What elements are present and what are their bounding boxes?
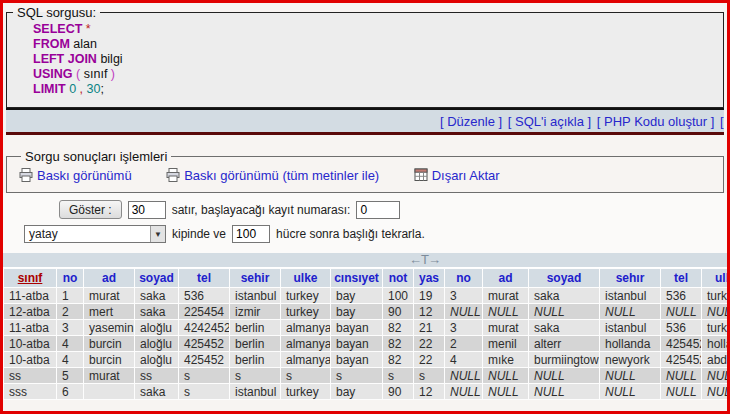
column-sort-link[interactable]: ad: [102, 271, 116, 285]
table-row: 12-atba2mertsaka225454izmirturkeybay9012…: [4, 304, 730, 319]
table-cell: 2: [57, 304, 83, 319]
display-mode-select[interactable]: yatay ▼: [24, 225, 166, 243]
start-record-input[interactable]: [356, 201, 400, 219]
table-cell: NULL: [483, 384, 528, 399]
column-sort-link[interactable]: tel: [674, 271, 688, 285]
table-cell: burmiingtown: [529, 352, 599, 367]
sql-star: *: [86, 22, 91, 36]
table-cell: NULL: [529, 384, 599, 399]
sql-paren: (: [76, 67, 80, 81]
table-cell: NULL: [702, 304, 730, 319]
column-header: cınsıyet: [331, 269, 382, 287]
table-cell: NULL: [483, 368, 528, 383]
table-cell: mıke: [483, 352, 528, 367]
table-cell: s: [230, 368, 280, 383]
print-view-link[interactable]: Baskı görünümü: [19, 168, 132, 183]
table-cell: NULL: [445, 368, 482, 383]
sql-keyword: LIMIT: [33, 82, 66, 96]
table-cell: 4: [445, 352, 482, 367]
table-cell: 5: [57, 368, 83, 383]
column-sort-link[interactable]: no: [63, 271, 78, 285]
column-sort-link[interactable]: soyad: [139, 271, 174, 285]
table-cell: 100: [383, 288, 413, 303]
table-cell: almanya: [281, 320, 330, 335]
table-header-row: sınıfnoadsoyadtelsehirulkecınsıyetnotyas…: [4, 269, 730, 287]
mode-label: kipinde ve: [172, 227, 226, 241]
table-cell: s: [414, 368, 444, 383]
phpmyadmin-results-page: SQL sorgusu: SELECT * FROM alan LEFT JOI…: [0, 0, 730, 414]
table-cell: 425452: [179, 352, 229, 367]
table-cell: NULL: [702, 368, 730, 383]
table-cell: menil: [483, 336, 528, 351]
table-cell: 11-atba: [4, 320, 56, 335]
table-cell: hollanda: [600, 336, 660, 351]
print-view-full-texts-link[interactable]: Baskı görünümü (tüm metinler ile): [166, 168, 379, 183]
edit-query-link[interactable]: [ Düzenle ]: [440, 114, 502, 129]
sql-query-text: SELECT * FROM alan LEFT JOIN bilgi USING…: [7, 20, 723, 99]
table-cell: murat: [483, 288, 528, 303]
refresh-link-truncated[interactable]: [ Y: [720, 114, 724, 129]
column-sort-link[interactable]: sehir: [241, 271, 270, 285]
sql-keyword: SELECT: [33, 22, 82, 36]
table-cell: saka: [529, 320, 599, 335]
create-php-code-link[interactable]: [ PHP Kodu oluştur ]: [597, 114, 715, 129]
sql-line: FROM alan: [33, 37, 723, 52]
rows-count-input[interactable]: [128, 201, 166, 219]
column-header: soyad: [529, 269, 599, 287]
display-mode-controls: yatay ▼ kipinde ve hücre sonra başlığı t…: [24, 225, 727, 243]
table-cell: 12-atba: [4, 304, 56, 319]
explain-sql-link[interactable]: [ SQL'i açıkla ]: [508, 114, 591, 129]
table-cell: berlin: [230, 336, 280, 351]
rows-count-label: satır, başlayacağı kayıt numarası:: [172, 203, 351, 217]
sql-number: 0: [69, 82, 76, 96]
repeat-headers-input[interactable]: [232, 225, 270, 243]
column-sort-link[interactable]: sınıf: [18, 271, 43, 285]
table-cell: 536: [179, 288, 229, 303]
table-cell: NULL: [661, 304, 701, 319]
table-cell: NULL: [445, 384, 482, 399]
table-cell: [84, 384, 134, 399]
display-direction-toggle[interactable]: ←T→: [409, 252, 440, 267]
table-cell: hollanda: [702, 336, 730, 351]
printer-icon: [166, 168, 184, 183]
table-cell: s: [179, 384, 229, 399]
table-cell: aloğlu: [135, 320, 178, 335]
display-controls: Göster : satır, başlayacağı kayıt numara…: [3, 193, 727, 253]
sql-line: USING ( sınıf ): [33, 67, 723, 82]
column-sort-link[interactable]: cınsıyet: [334, 271, 379, 285]
table-cell: 225454: [179, 304, 229, 319]
show-button[interactable]: Göster :: [59, 200, 122, 219]
column-sort-link[interactable]: yas: [419, 271, 439, 285]
table-cell: 22: [414, 336, 444, 351]
table-row: 10-atba4burcinaloğlu425452berlinalmanyab…: [4, 336, 730, 351]
table-cell: 19: [414, 288, 444, 303]
table-cell: turkey: [702, 320, 730, 335]
table-cell: 2: [445, 336, 482, 351]
column-sort-link[interactable]: sehır: [616, 271, 645, 285]
column-sort-link[interactable]: soyad: [547, 271, 582, 285]
table-cell: bay: [331, 384, 382, 399]
column-sort-link[interactable]: ad: [498, 271, 512, 285]
table-cell: s: [383, 368, 413, 383]
export-link[interactable]: Dışarı Aktar: [414, 168, 500, 183]
table-cell: bayan: [331, 336, 382, 351]
table-cell: murat: [84, 288, 134, 303]
table-cell: NULL: [529, 304, 599, 319]
results-table: sınıfnoadsoyadtelsehirulkecınsıyetnotyas…: [3, 268, 730, 400]
table-cell: 21: [414, 320, 444, 335]
column-sort-link[interactable]: not: [389, 271, 408, 285]
table-cell: 4: [57, 352, 83, 367]
sql-keyword: USING: [33, 67, 73, 81]
sql-column-name: sınıf: [84, 67, 108, 81]
column-sort-link[interactable]: tel: [197, 271, 211, 285]
sql-semicolon: ;: [100, 82, 103, 96]
table-cell: aloğlu: [135, 352, 178, 367]
table-cell: NULL: [529, 368, 599, 383]
column-sort-link[interactable]: ulke: [715, 271, 730, 285]
column-sort-link[interactable]: ulke: [293, 271, 317, 285]
table-cell: 425452: [661, 336, 701, 351]
sql-line: SELECT *: [33, 22, 723, 37]
column-sort-link[interactable]: no: [456, 271, 471, 285]
table-cell: berlin: [230, 352, 280, 367]
table-cell: NULL: [600, 384, 660, 399]
